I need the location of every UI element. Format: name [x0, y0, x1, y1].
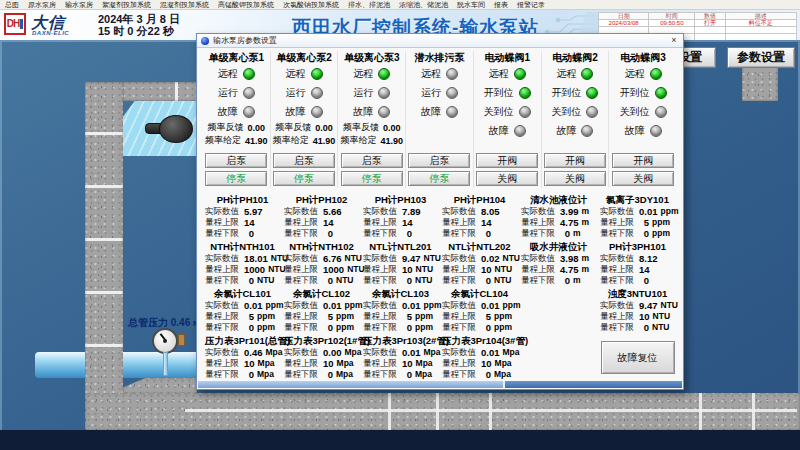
- field-unit: NTU: [415, 275, 438, 286]
- field-value: 0.46: [244, 347, 266, 358]
- menu-item[interactable]: 排水、排泥池: [348, 0, 390, 10]
- frequency-label: 频率反馈: [208, 121, 244, 134]
- footer-strip: [0, 430, 800, 450]
- instrument-field-row: 量程上限10Mpa: [442, 358, 517, 369]
- field-label: 量程上限: [442, 264, 481, 275]
- device-name: 电动蝶阀2: [544, 51, 607, 64]
- menu-item[interactable]: 混凝剂投加系统: [160, 0, 209, 10]
- status-row: 远程: [544, 64, 607, 83]
- field-label: 量程下限: [600, 228, 639, 239]
- menu-item[interactable]: 脱水车间: [457, 0, 485, 10]
- status-lamp: [446, 68, 458, 80]
- device-name: 单级离心泵3: [340, 51, 403, 64]
- frequency-value: 0.00: [248, 123, 266, 133]
- mortar-joint: [699, 393, 702, 430]
- field-unit: Mpa: [258, 358, 281, 369]
- device-name: 电动蝶阀1: [476, 51, 539, 64]
- instrument-title: 余氯计CL102: [284, 288, 359, 300]
- fault-reset-button[interactable]: 故障复位: [601, 341, 675, 374]
- instrument-field-row: 实际数值8.05: [442, 206, 517, 217]
- close-valve-button[interactable]: 关阀: [476, 171, 538, 186]
- field-label: 量程上限: [363, 311, 402, 322]
- logo-glyph: DH: [7, 19, 23, 29]
- instrument-title: 氯离子3DY101: [600, 194, 675, 206]
- dialog-scrollbar[interactable]: [198, 381, 682, 388]
- field-value: 7.89: [402, 206, 424, 217]
- open-valve-button[interactable]: 开阀: [476, 153, 538, 168]
- stop-pump-button[interactable]: 停泵: [408, 171, 470, 186]
- status-label: 远程: [489, 67, 509, 81]
- date-line: 2024年 3 月 8 日: [98, 13, 180, 25]
- menu-item[interactable]: 浓缩池、储泥池: [399, 0, 448, 10]
- brand-subtext: DAXN-ELIC: [32, 30, 69, 36]
- stop-pump-button[interactable]: 停泵: [341, 171, 403, 186]
- field-unit: ppm: [494, 322, 517, 333]
- field-label: 量程下限: [442, 322, 481, 333]
- status-row: 关到位: [611, 102, 675, 121]
- menu-item[interactable]: 总图: [5, 0, 19, 10]
- stop-pump-button[interactable]: 停泵: [273, 171, 335, 186]
- field-label: 量程上限: [205, 311, 244, 322]
- field-value: 3.98: [560, 253, 582, 264]
- status-lamp: [586, 87, 598, 99]
- start-pump-button[interactable]: 启泵: [273, 153, 335, 168]
- status-row: 关到位: [544, 102, 607, 121]
- menu-item[interactable]: 原水泵房: [28, 0, 56, 10]
- instrument-title: 余氯计CL103: [363, 288, 438, 300]
- status-label: 运行: [218, 86, 238, 100]
- open-valve-button[interactable]: 开阀: [612, 153, 674, 168]
- field-label: 实际数值: [284, 300, 323, 311]
- field-value: 8.05: [481, 206, 503, 217]
- open-valve-button[interactable]: 开阀: [544, 153, 606, 168]
- scrollbar-thumb[interactable]: [198, 381, 505, 388]
- menu-item[interactable]: 报警记录: [517, 0, 545, 10]
- instrument-field-row: 量程下限0: [363, 228, 438, 239]
- field-label: 量程上限: [205, 264, 244, 275]
- menu-item[interactable]: 次氯酸钠投加系统: [283, 0, 339, 10]
- field-label: 实际数值: [284, 347, 323, 358]
- menu-item[interactable]: 絮凝剂投加系统: [102, 0, 151, 10]
- field-label: 量程上限: [521, 264, 560, 275]
- field-label: 实际数值: [442, 206, 481, 217]
- field-value: 0: [402, 228, 415, 239]
- field-unit: ppm: [415, 311, 438, 322]
- dialog-titlebar[interactable]: 输水泵房参数设置 ×: [197, 34, 683, 48]
- start-pump-button[interactable]: 启泵: [408, 153, 470, 168]
- frequency-row: 频率反馈0.00: [273, 121, 336, 134]
- instrument-field-row: 量程上限14: [363, 217, 438, 228]
- field-label: 量程上限: [600, 217, 639, 228]
- field-value: 10: [323, 358, 337, 369]
- parameter-settings-button[interactable]: 参数设置: [727, 47, 795, 68]
- field-value: 3.99: [560, 206, 582, 217]
- menu-bar: 总图原水泵房输水泵房絮凝剂投加系统混凝剂投加系统高锰酸钾投加系统次氯酸钠投加系统…: [0, 0, 800, 10]
- menu-item[interactable]: 输水泵房: [65, 0, 93, 10]
- menu-item[interactable]: 报表: [494, 0, 508, 10]
- start-pump-button[interactable]: 启泵: [341, 153, 403, 168]
- start-pump-button[interactable]: 启泵: [205, 153, 267, 168]
- field-value: 0: [639, 228, 652, 239]
- field-label: 实际数值: [363, 253, 402, 264]
- instrument-cell: 压力表3Pr101(总管)实际数值0.46Mpa量程上限10Mpa量程下限0Mp…: [203, 335, 282, 380]
- frequency-value: 41.90: [313, 136, 336, 146]
- field-value: 1000: [323, 264, 347, 275]
- instrument-cell: NTL计NTL201实际数值9.47NTU量程上限10NTU量程下限0NTU: [361, 241, 440, 286]
- field-label: 实际数值: [205, 206, 244, 217]
- status-label: 远程: [625, 67, 645, 81]
- close-valve-button[interactable]: 关阀: [612, 171, 674, 186]
- status-row: 运行: [205, 83, 268, 102]
- menu-item[interactable]: 高锰酸钾投加系统: [218, 0, 274, 10]
- instrument-cell: 压力表3Pr104(3#管)实际数值0.01Mpa量程上限10Mpa量程下限0M…: [440, 335, 519, 380]
- dialog-close-button[interactable]: ×: [668, 35, 680, 46]
- field-value: 14: [481, 217, 495, 228]
- status-row: 故障: [476, 121, 539, 140]
- device-name: 单级离心泵1: [205, 51, 268, 64]
- field-value: 14: [244, 217, 258, 228]
- close-valve-button[interactable]: 关阀: [544, 171, 606, 186]
- field-label: 量程上限: [363, 264, 402, 275]
- instrument-title: PH计PH102: [284, 194, 359, 206]
- instrument-cell: 浊度3NTU101实际数值9.47NTU量程上限10NTU量程下限0NTU: [598, 288, 677, 333]
- status-row: 远程: [205, 64, 268, 83]
- stop-pump-button[interactable]: 停泵: [205, 171, 267, 186]
- field-value: 0: [481, 322, 494, 333]
- field-label: 量程上限: [442, 311, 481, 322]
